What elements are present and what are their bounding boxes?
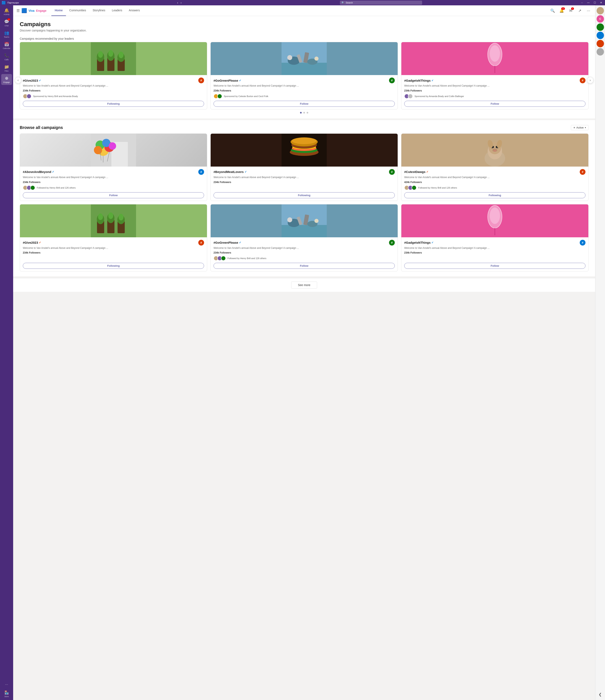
tab-communities[interactable]: Communities [66, 5, 89, 16]
page-content: Campaigns Discover campaigns happening i… [13, 16, 595, 700]
card-followers: 234k Followers [404, 89, 585, 92]
title-bar-search[interactable]: 🔍 Search [340, 1, 422, 5]
followed-by-row: Followed by Henry Brill and 126 others [404, 185, 585, 190]
right-sidebar-collapse-button[interactable]: ❮ [597, 691, 603, 698]
share-icon: ↗ [578, 8, 581, 13]
right-sidebar-icon-gray[interactable] [597, 48, 604, 55]
svg-point-28 [109, 142, 116, 150]
card-image-plants [20, 42, 207, 75]
sidebar-item-activity[interactable]: 🔔 Activity [1, 6, 12, 17]
minimize-button[interactable]: — [586, 1, 591, 4]
sponsored-card-gadgetsnthings[interactable]: #GadgetsNThings ✓ # Welcome to Van Arsde… [401, 42, 588, 109]
card-title: #GoGreenPlease ✓ [213, 79, 241, 82]
more-options-button[interactable]: ··· [585, 7, 592, 14]
activity-icon: 🔔 [4, 8, 9, 13]
card-description: Welcome to Van Arsdel's annual Above and… [404, 84, 585, 88]
svg-point-58 [98, 214, 103, 220]
follow-button-gogreenplease[interactable]: Follow [213, 101, 395, 107]
browse-card-give2023[interactable]: #Give2023 ✓ # Welcome to Van Arsdel's an… [20, 204, 207, 272]
browse-card-cutestdawgs[interactable]: #CutestDawgs ✓ # Welcome to Van Arsdel's… [401, 133, 588, 201]
card-followers: 234k Followers [23, 89, 204, 92]
page-title: Campaigns [20, 21, 588, 28]
share-button[interactable]: ↗ [576, 7, 583, 15]
right-sidebar: C ❮ [595, 5, 605, 700]
card-body: #CutestDawgs ✓ # Welcome to Van Arsdel's… [401, 167, 588, 201]
notifications-button[interactable]: 🔔 12 [558, 7, 565, 15]
user-avatar-main[interactable] [597, 7, 604, 15]
browse-card-beyondmeatlovers[interactable]: #BeyondMeatLovers ✓ # Welcome to Van Ars… [210, 133, 398, 201]
right-sidebar-icon-green[interactable] [597, 23, 604, 31]
browse-card-gogreenplease[interactable]: #GoGreenPlease ✓ # Welcome to Van Arsdel… [210, 204, 398, 272]
verified-icon: ✓ [431, 79, 433, 82]
card-followers: 234k Followers [213, 89, 395, 92]
nav-forward-button[interactable]: › [180, 1, 183, 5]
filter-icon: ≡ [574, 126, 575, 129]
carousel-dot-2[interactable] [303, 112, 305, 114]
teams-logo-icon: 🟦 [2, 1, 6, 5]
card-sponsored-row: Sponsored by Amanda Brady and Collin Bal… [404, 94, 585, 99]
carousel-dot-1[interactable] [300, 112, 302, 114]
hamburger-menu-button[interactable]: ☰ [17, 8, 20, 13]
card-body: #GadgetsNThings ✓ # Welcome to Van Arsde… [401, 75, 588, 109]
carousel-dot-3[interactable] [307, 112, 308, 114]
sponsor-avatars [404, 94, 413, 99]
browse-card-aboveandbeyond[interactable]: #AboveAndBeyond ✓ # Welcome to Van Arsde… [20, 133, 207, 201]
maximize-button[interactable]: ☐ [593, 1, 597, 4]
card-title: #GadgetsNThings ✓ [404, 79, 433, 82]
right-sidebar-icon-pink[interactable]: C [597, 15, 604, 23]
carousel-prev-button[interactable]: ‹ [15, 77, 21, 83]
sidebar-item-files[interactable]: 📁 Files [1, 63, 12, 74]
followed-by-row: Followed by Henry Brill and 126 others [23, 185, 204, 190]
sidebar-item-engage[interactable]: ⊕ Engage [1, 74, 12, 85]
sponsored-card-give2023[interactable]: #Give2023 ✓ # Welcome to Van Arsdel's an… [20, 42, 207, 109]
follow-button-cutestdawgs[interactable]: Following [404, 192, 585, 198]
card-title: #CutestDawgs ✓ [404, 170, 428, 174]
carousel-dots [20, 112, 588, 114]
see-more-button[interactable]: See more [291, 281, 317, 289]
followed-by-text: Followed by Henry Brill and 126 others [37, 186, 76, 189]
follow-button-gogreenplease-browse[interactable]: Follow [213, 263, 395, 269]
followed-avatars [404, 185, 417, 190]
sponsored-carousel: ‹ [13, 42, 595, 119]
search-button[interactable]: 🔍 [549, 7, 556, 15]
sponsored-card-gogreenplease[interactable]: #GoGreenPlease ✓ # Welcome to Van Arsdel… [210, 42, 398, 109]
tab-leaders[interactable]: Leaders [108, 5, 126, 16]
follow-button-gadgetsnthings[interactable]: Follow [404, 101, 585, 107]
sidebar-item-label: Activity [4, 14, 10, 16]
avatar-pink: C [597, 15, 604, 23]
follow-button-beyondmeatlovers[interactable]: Following [213, 192, 395, 198]
right-sidebar-icon-red[interactable] [597, 40, 604, 47]
follow-button-aboveandbeyond[interactable]: Follow [23, 192, 204, 198]
follow-button-give2023-browse[interactable]: Following [23, 263, 204, 269]
engage-text: Engage [36, 9, 47, 12]
carousel-next-button[interactable]: › [587, 77, 594, 83]
tab-storylines[interactable]: Storylines [89, 5, 108, 16]
sidebar-more-button[interactable]: ··· [3, 681, 10, 688]
follow-button-give2023[interactable]: Following [23, 101, 204, 107]
sidebar-item-label: Calls [4, 58, 9, 61]
browse-card-gadgetsnthings[interactable]: #GadgetsNThings ✓ # Welcome to Van Arsde… [401, 204, 588, 272]
sidebar-item-calendar[interactable]: 📅 Calendar [1, 40, 12, 51]
sidebar-item-chat[interactable]: 💬 1 Chat [1, 18, 12, 28]
card-description: Welcome to Van Arsdel's annual Above and… [404, 176, 585, 179]
sidebar-item-teams[interactable]: 👥 Teams [1, 29, 12, 40]
sponsor-avatar-2 [408, 94, 413, 99]
svg-point-50 [493, 150, 497, 152]
close-button[interactable]: ✕ [599, 1, 603, 4]
active-filter-dropdown[interactable]: ≡ Active ▾ [571, 125, 588, 130]
right-sidebar-icon-blue[interactable] [597, 32, 604, 39]
card-body: #Give2023 ✓ # Welcome to Van Arsdel's an… [20, 75, 207, 109]
nav-back-button[interactable]: ‹ [176, 1, 179, 5]
sidebar-item-store[interactable]: 🏪 Store [3, 689, 10, 699]
more-options-button[interactable]: ··· [580, 1, 584, 4]
follow-button-gadgetsnthings-browse[interactable]: Follow [404, 263, 585, 269]
chevron-down-icon: ▾ [585, 126, 586, 129]
sidebar-item-calls[interactable]: 📞 Calls [1, 51, 12, 62]
tab-answers[interactable]: Answers [126, 5, 143, 16]
svg-rect-64 [282, 225, 327, 237]
spacer [213, 185, 395, 192]
sidebar-item-label: Chat [4, 25, 8, 27]
messages-button[interactable]: ✉ 1 [567, 7, 574, 15]
avatar-red [597, 40, 604, 47]
tab-home[interactable]: Home [51, 5, 66, 16]
